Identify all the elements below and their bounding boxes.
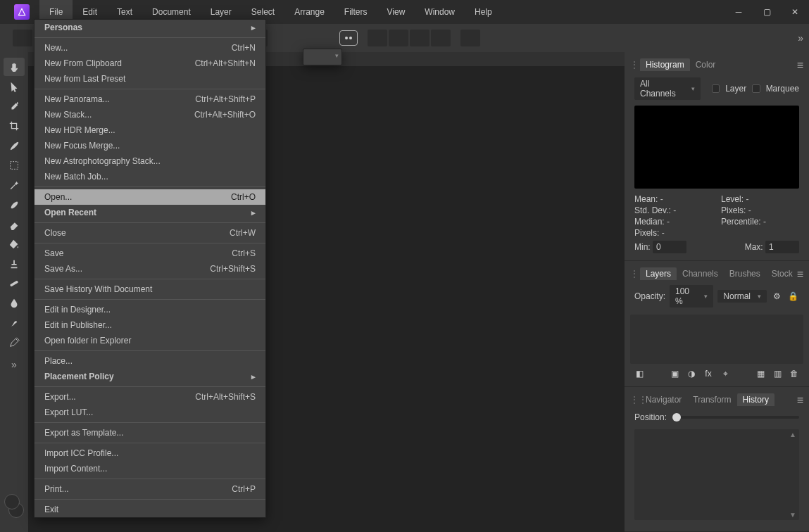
clone-tool-icon[interactable] (4, 255, 25, 273)
menuitem-new-stack[interactable]: New Stack...Ctrl+Alt+Shift+O (35, 107, 265, 122)
tab-stock[interactable]: Stock (766, 267, 798, 280)
layer-checkbox[interactable] (712, 84, 720, 93)
panel-menu-icon[interactable]: ≡ (797, 59, 803, 72)
stat-value: - (662, 228, 665, 238)
menu-view[interactable]: View (377, 0, 415, 24)
scroll-up-icon[interactable]: ▲ (788, 431, 798, 438)
healing-brush-icon[interactable] (4, 274, 25, 293)
menuitem-new-hdr-merge[interactable]: New HDR Merge... (35, 122, 265, 138)
toolbar-slot[interactable] (368, 30, 387, 46)
menuitem-new-astrophotography-stack[interactable]: New Astrophotography Stack... (35, 153, 265, 169)
tab-channels[interactable]: Channels (677, 267, 724, 280)
stat-label: Std. Dev.: (634, 205, 671, 215)
menu-arrange[interactable]: Arrange (284, 0, 334, 24)
marquee-tool-icon[interactable] (4, 156, 25, 175)
selection-brush-icon[interactable] (4, 137, 25, 155)
panel-grip-icon[interactable]: ⋮⋮ (630, 60, 637, 70)
max-input[interactable]: 1 (765, 241, 799, 253)
menuitem-import-content[interactable]: Import Content... (35, 461, 265, 476)
menuitem-open-recent[interactable]: Open Recent (35, 205, 265, 220)
menuitem-new-from-last-preset[interactable]: New from Last Preset (35, 71, 265, 87)
menuitem-new-panorama[interactable]: New Panorama...Ctrl+Alt+Shift+P (35, 91, 265, 107)
adjustment-icon[interactable]: ◑ (685, 368, 698, 379)
window-close[interactable]: ✕ (781, 0, 809, 24)
tab-navigator[interactable]: Navigator (640, 393, 687, 406)
menuitem-exit[interactable]: Exit (35, 502, 265, 517)
window-minimize[interactable]: ─ (725, 0, 753, 24)
marquee-checkbox[interactable] (752, 84, 760, 93)
stat-value: - (667, 217, 670, 227)
menuitem-personas[interactable]: Personas (35, 20, 265, 35)
move-tool-icon[interactable] (4, 77, 25, 96)
group-layers-icon[interactable]: ▥ (771, 368, 784, 379)
tab-histogram[interactable]: Histogram (640, 58, 690, 71)
mask-layer-icon[interactable]: ▣ (668, 368, 681, 379)
panel-menu-icon[interactable]: ≡ (797, 394, 803, 407)
fx-icon[interactable]: fx (702, 368, 715, 379)
menu-window[interactable]: Window (415, 0, 465, 24)
erase-tool-icon[interactable] (4, 215, 25, 234)
tab-color[interactable]: Color (690, 58, 722, 71)
menu-filters[interactable]: Filters (334, 0, 377, 24)
menuitem-import-icc-profile[interactable]: Import ICC Profile... (35, 445, 265, 461)
position-slider[interactable] (672, 416, 799, 419)
menuitem-new-from-clipboard[interactable]: New From ClipboardCtrl+Alt+Shift+N (35, 56, 265, 71)
tab-layers[interactable]: Layers (640, 267, 677, 280)
color-swatches[interactable] (4, 494, 24, 521)
menuitem-save-as: Save As...Ctrl+Shift+S (35, 261, 265, 277)
lock-icon[interactable]: 🔒 (787, 291, 799, 302)
tab-history[interactable]: History (737, 393, 774, 406)
min-input[interactable]: 0 (653, 241, 686, 253)
toolbar-slot[interactable] (410, 30, 429, 46)
tab-transform[interactable]: Transform (687, 393, 736, 406)
history-list[interactable]: ▲ ▼ (634, 429, 799, 520)
svg-rect-2 (11, 162, 18, 170)
toolbar-slot[interactable] (389, 30, 408, 46)
menuitem-placement-policy[interactable]: Placement Policy (35, 369, 265, 384)
panel-grip-icon[interactable]: ⋮⋮ (630, 395, 637, 405)
panel-grip-icon[interactable]: ⋮⋮ (630, 269, 637, 279)
foreground-swatch[interactable] (4, 494, 20, 509)
scroll-down-icon[interactable]: ▼ (788, 511, 798, 519)
layer-checkbox-label: Layer (725, 84, 746, 94)
paint-brush-icon[interactable] (4, 196, 25, 214)
flood-select-icon[interactable] (4, 176, 25, 194)
assistant-icon[interactable] (339, 30, 358, 46)
opacity-select[interactable]: 100 % (670, 285, 713, 308)
color-picker-icon[interactable] (4, 97, 25, 115)
crop-tool-icon[interactable] (4, 117, 25, 135)
live-filter-icon[interactable]: ⌖ (719, 368, 732, 379)
gear-icon[interactable]: ⚙ (771, 291, 783, 302)
toolbar-dropdown[interactable] (303, 49, 342, 65)
toolbar-slot[interactable] (431, 30, 451, 46)
blur-tool-icon[interactable] (4, 314, 25, 332)
opacity-label: Opacity: (634, 291, 665, 301)
dodge-tool-icon[interactable] (4, 294, 25, 312)
window-maximize[interactable]: ▢ (753, 0, 781, 24)
menuitem-open[interactable]: Open...Ctrl+O (35, 189, 265, 205)
panel-menu-icon[interactable]: ≡ (797, 268, 803, 281)
position-label: Position: (634, 412, 667, 422)
toolbar-slot[interactable] (13, 30, 32, 46)
layers-list[interactable] (630, 315, 803, 364)
view-tool-icon[interactable] (4, 58, 25, 76)
menuitem-export: Export...Ctrl+Alt+Shift+S (35, 389, 265, 405)
tools-overflow-icon[interactable]: » (11, 359, 17, 370)
histogram-display (634, 106, 799, 189)
blend-ranges-icon[interactable]: ◧ (633, 368, 646, 379)
app-logo (14, 4, 30, 20)
menu-help[interactable]: Help (465, 0, 502, 24)
toolbar-overflow-icon[interactable]: » (798, 32, 803, 44)
add-pixel-layer-icon[interactable]: ▦ (754, 368, 767, 379)
pen-tool-icon[interactable] (4, 334, 25, 352)
menuitem-new-batch-job[interactable]: New Batch Job... (35, 169, 265, 184)
fill-tool-icon[interactable] (4, 235, 25, 253)
tab-brushes[interactable]: Brushes (724, 267, 766, 280)
menuitem-new-focus-merge[interactable]: New Focus Merge... (35, 138, 265, 153)
blend-mode-select[interactable]: Normal (717, 290, 767, 303)
delete-layer-icon[interactable]: 🗑 (788, 368, 801, 379)
toolbar-slot[interactable] (460, 30, 480, 46)
stat-value: - (746, 194, 748, 204)
menuitem-new[interactable]: New...Ctrl+N (35, 40, 265, 56)
channel-select[interactable]: All Channels (634, 77, 701, 100)
